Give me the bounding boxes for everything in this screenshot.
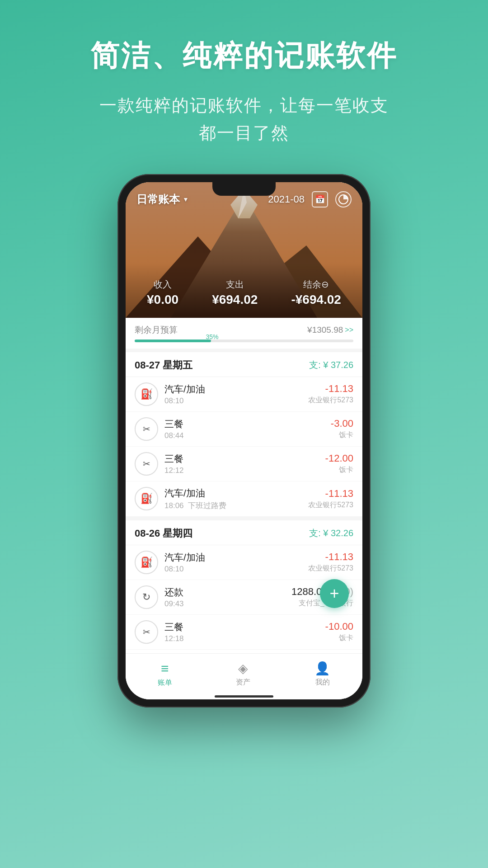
list-item[interactable]: ⛽ 汽车/加油 08:10 -11.13 农业银行5273 (126, 545, 362, 580)
date-label-0826: 08-26 星期四 (135, 527, 192, 540)
list-item[interactable]: ✂ 三餐 08:44 -3.00 饭卡 (126, 412, 362, 447)
tx-payment: 农业银行5273 (308, 500, 353, 510)
balance-stat: 结余⊖ -¥694.02 (291, 278, 341, 307)
income-value: ¥0.00 (147, 292, 178, 307)
tx-name: 还款 (164, 586, 285, 599)
nav-item-profile[interactable]: 👤 我的 (305, 658, 339, 690)
income-stat: 收入 ¥0.00 (147, 278, 178, 307)
budget-bar[interactable]: 剩余月预算 ¥1305.98 >> 35% (126, 318, 362, 349)
tx-amount: -11.13 (308, 383, 353, 395)
budget-progress-fill: 35% (135, 340, 211, 342)
calendar-icon[interactable]: 📅 (312, 191, 328, 208)
chevron-down-icon: ▼ (183, 196, 189, 203)
tx-info: 汽车/加油 18:06 下班过路费 (164, 487, 302, 511)
tx-name: 三餐 (164, 453, 319, 465)
phone-wrapper: 日常账本 ▼ 2021-08 📅 (117, 174, 371, 708)
profile-icon: 👤 (314, 661, 330, 676)
tx-right: -11.13 农业银行5273 (308, 488, 353, 510)
date-header-0827: 08-27 星期五 支: ¥ 37.26 (126, 352, 362, 377)
date-header-0826: 08-26 星期四 支: ¥ 32.26 (126, 520, 362, 545)
list-item[interactable]: ✂ 三餐 12:12 -12.00 饭卡 (126, 447, 362, 481)
nav-label-assets: 资产 (236, 678, 250, 687)
tx-payment: 饭卡 (325, 465, 353, 475)
tx-payment: 农业银行5273 (308, 564, 353, 573)
tx-info: 汽车/加油 08:10 (164, 383, 302, 406)
tx-payment: 饭卡 (325, 633, 353, 643)
tx-name: 三餐 (164, 621, 319, 633)
phone-frame: 日常账本 ▼ 2021-08 📅 (117, 174, 371, 708)
tx-time: 08:10 (164, 396, 302, 406)
date-label-0827: 08-27 星期五 (135, 359, 192, 372)
assets-icon: ◈ (238, 661, 248, 676)
tx-payment: 农业银行5273 (308, 396, 353, 405)
meal-icon-2: ✂ (135, 452, 158, 476)
expense-label: 支出 (212, 278, 258, 291)
tx-time: 08:10 (164, 565, 302, 574)
nav-label-bill: 账单 (158, 678, 172, 688)
tx-time: 08:44 (164, 431, 324, 440)
tx-right: -12.00 饭卡 (325, 453, 353, 475)
meal-icon-3: ✂ (135, 620, 158, 644)
tx-name: 汽车/加油 (164, 551, 302, 564)
tx-time: 12:18 (164, 634, 319, 643)
tx-info: 还款 09:43 (164, 586, 285, 609)
tx-amount: -11.13 (308, 551, 353, 563)
tx-right: -11.13 农业银行5273 (308, 383, 353, 405)
tx-right: -10.00 饭卡 (325, 621, 353, 643)
phone-notch (212, 182, 276, 196)
tx-payment: 饭卡 (331, 430, 353, 440)
header-stats: 收入 ¥0.00 支出 ¥694.02 结余⊖ -¥694.02 (126, 278, 362, 307)
hero-section: 简洁、纯粹的记账软件 一款纯粹的记账软件，让每一笔收支都一目了然 (90, 0, 398, 147)
list-item[interactable]: ⛽ 汽车/加油 18:06 下班过路费测试... -11.13 农业... (126, 650, 362, 653)
tx-time: 12:12 (164, 466, 319, 475)
tx-right: -11.13 农业银行5273 (308, 551, 353, 573)
add-button[interactable]: + (320, 579, 349, 608)
gas-icon-2: ⛽ (135, 487, 158, 510)
tx-info: 三餐 08:44 (164, 418, 324, 440)
nav-label-profile: 我的 (315, 678, 330, 687)
tx-time: 09:43 (164, 599, 285, 609)
date-total-0827: 支: ¥ 37.26 (309, 359, 353, 371)
bottom-nav: ≡ 账单 ◈ 资产 👤 我的 (126, 653, 362, 699)
header-right-icons: 2021-08 📅 (268, 191, 352, 208)
tx-name: 汽车/加油 (164, 383, 302, 396)
budget-value: ¥1305.98 >> (307, 325, 353, 335)
expense-value: ¥694.02 (212, 292, 258, 307)
tx-amount: -10.00 (325, 621, 353, 632)
gas-icon: ⛽ (135, 382, 158, 406)
tx-amount: -12.00 (325, 453, 353, 464)
tx-amount: -11.13 (308, 488, 353, 500)
bill-icon: ≡ (161, 661, 169, 676)
gas-icon-3: ⛽ (135, 551, 158, 574)
nav-item-assets[interactable]: ◈ 资产 (227, 658, 259, 690)
tx-info: 汽车/加油 08:10 (164, 551, 302, 574)
expense-stat: 支出 ¥694.02 (212, 278, 258, 307)
budget-chevron-icon: >> (345, 326, 353, 334)
list-item[interactable]: ✂ 三餐 12:18 -10.00 饭卡 (126, 615, 362, 650)
nav-item-bill[interactable]: ≡ 账单 (149, 658, 181, 690)
account-name[interactable]: 日常账本 ▼ (136, 192, 189, 207)
tx-info: 三餐 12:12 (164, 453, 319, 475)
tx-info: 三餐 12:18 (164, 621, 319, 643)
date-group-0827: 08-27 星期五 支: ¥ 37.26 ⛽ 汽车/加油 08:10 -11.1 (126, 352, 362, 517)
list-item[interactable]: ⛽ 汽车/加油 08:10 -11.13 农业银行5273 (126, 377, 362, 412)
home-indicator (215, 695, 273, 698)
balance-label: 结余⊖ (291, 278, 341, 291)
tx-time-note: 18:06 下班过路费 (164, 500, 302, 511)
list-item[interactable]: ⛽ 汽车/加油 18:06 下班过路费 -11.13 农业银行5273 (126, 481, 362, 517)
date-total-0826: 支: ¥ 32.26 (309, 527, 353, 539)
date-display: 2021-08 (268, 193, 305, 205)
screen-body: 剩余月预算 ¥1305.98 >> 35% (126, 318, 362, 699)
tx-name: 三餐 (164, 418, 324, 430)
phone-screen: 日常账本 ▼ 2021-08 📅 (126, 182, 362, 699)
meal-icon: ✂ (135, 417, 158, 441)
chart-icon[interactable] (335, 191, 352, 208)
income-label: 收入 (147, 278, 178, 291)
transaction-list: 08-27 星期五 支: ¥ 37.26 ⛽ 汽车/加油 08:10 -11.1 (126, 352, 362, 653)
budget-progress-track: 35% (135, 340, 353, 342)
tx-amount: -3.00 (331, 418, 353, 429)
budget-label: 剩余月预算 (135, 324, 178, 336)
hero-subtitle: 一款纯粹的记账软件，让每一笔收支都一目了然 (90, 92, 398, 147)
tx-right: -3.00 饭卡 (331, 418, 353, 440)
repay-icon: ↻ (135, 585, 158, 609)
